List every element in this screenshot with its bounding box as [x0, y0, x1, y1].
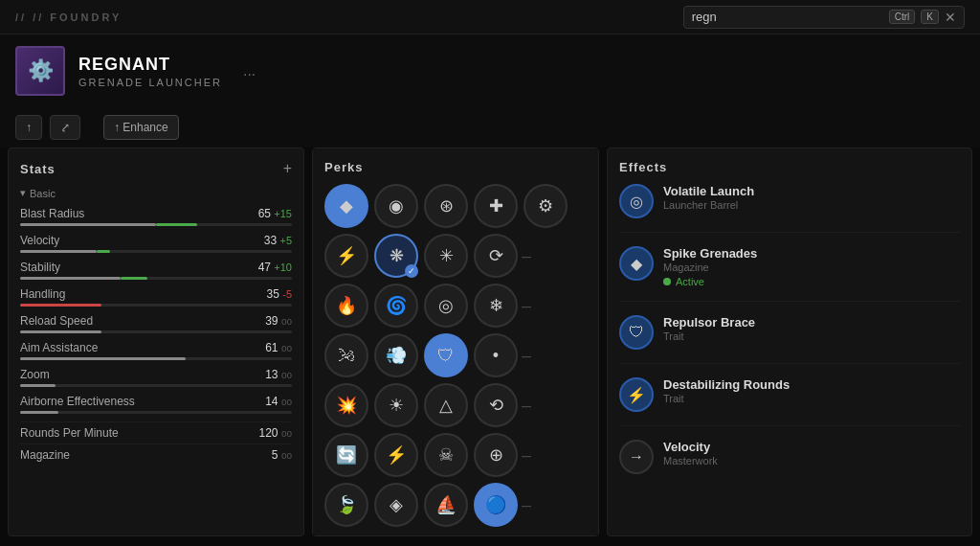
stat-value: 61 oo [265, 341, 292, 354]
effect-item: ◆ Spike Grenades Magazine Active [619, 246, 960, 302]
perk-dash: – [522, 445, 531, 466]
perk-icon[interactable]: • [474, 333, 518, 377]
perk-icon[interactable]: ⊕ [474, 433, 518, 477]
effect-icon: 🛡 [619, 315, 654, 350]
share-button[interactable]: ⤤ [50, 115, 80, 140]
stat-value: 47 +10 [258, 261, 292, 274]
perks-container: ◆◉⊛✚⚙⚡❋✳⟳–🔥🌀◎❄–🌬💨🛡•–💥☀△⟲–🔄⚡☠⊕–🍃◈⛵🔵– [324, 184, 587, 527]
perk-row: 🌬💨🛡•– [324, 333, 587, 377]
effects-title: Effects [619, 160, 667, 174]
effect-sub: Trait [663, 330, 755, 342]
perk-icon[interactable]: 🌀 [374, 284, 418, 328]
perk-icon[interactable]: ◉ [374, 184, 418, 228]
effect-info: Destabilizing Rounds Trait [663, 377, 790, 404]
weapon-dots-menu[interactable]: ... [243, 62, 256, 80]
back-button[interactable]: ↑ [15, 115, 42, 140]
basic-section-label: Basic [20, 187, 292, 199]
stat-value: 5 oo [272, 448, 292, 462]
perk-dash: – [522, 396, 531, 416]
effect-info: Volatile Launch Launcher Barrel [663, 184, 754, 211]
perk-icon[interactable]: 💨 [374, 333, 418, 377]
stat-row-simple: Rounds Per Minute 120 oo [20, 421, 292, 444]
effect-name: Repulsor Brace [663, 315, 755, 330]
perks-panel: Perks ◆◉⊛✚⚙⚡❋✳⟳–🔥🌀◎❄–🌬💨🛡•–💥☀△⟲–🔄⚡☠⊕–🍃◈⛵🔵… [312, 148, 599, 536]
stat-value: 13 oo [265, 368, 292, 381]
perk-icon[interactable]: ❄ [474, 284, 518, 328]
search-close-icon[interactable]: ✕ [945, 10, 956, 25]
stats-header: Stats + [20, 160, 292, 177]
perk-icon[interactable]: 🌬 [324, 333, 368, 377]
perk-icon[interactable]: ☠ [424, 433, 468, 477]
top-nav: //// FOUNDRY Ctrl K ✕ [0, 0, 980, 34]
perk-icon[interactable]: △ [424, 383, 468, 427]
stat-value: 65 +15 [258, 207, 292, 220]
perk-icon[interactable]: ☀ [374, 383, 418, 427]
effect-item: ⚡ Destabilizing Rounds Trait [619, 377, 960, 426]
weapon-type: GRENADE LAUNCHER [78, 77, 222, 88]
perk-icon[interactable]: ◎ [424, 284, 468, 328]
perks-title: Perks [324, 160, 363, 174]
effect-sub: Launcher Barrel [663, 199, 754, 211]
perk-icon[interactable]: ✚ [474, 184, 518, 228]
perk-icon[interactable]: 🛡 [424, 333, 468, 377]
kbd-k: K [921, 10, 939, 24]
perk-icon[interactable]: ✳ [424, 234, 468, 278]
effects-header: Effects [619, 160, 960, 174]
perk-icon[interactable]: 🔥 [324, 284, 368, 328]
perk-icon[interactable]: ⚡ [374, 433, 418, 477]
perk-row: 🔄⚡☠⊕– [324, 433, 587, 477]
active-badge: Active [663, 276, 757, 287]
perk-row: ◆◉⊛✚⚙ [324, 184, 587, 228]
stat-row: Aim Assistance 61 oo [20, 341, 292, 360]
perk-icon[interactable]: ⟳ [474, 234, 518, 278]
effect-name: Spike Grenades [663, 246, 757, 261]
perk-icon[interactable]: ❋ [374, 234, 418, 278]
stat-name: Reload Speed [20, 314, 93, 328]
perk-icon[interactable]: ⚙ [523, 184, 568, 228]
stat-row: Airborne Effectiveness 14 oo [20, 395, 292, 414]
stats-title: Stats [20, 162, 56, 176]
search-bar: Ctrl K ✕ [683, 6, 965, 29]
enhance-button[interactable]: ↑ Enhance [103, 115, 179, 140]
effect-sub: Magazine [663, 262, 757, 273]
perk-icon[interactable]: 🔄 [324, 433, 368, 477]
stat-name: Zoom [20, 368, 50, 381]
add-stat-button[interactable]: + [283, 160, 292, 177]
stat-value: 120 oo [259, 426, 292, 440]
stat-row-simple: Magazine 5 oo [20, 444, 292, 466]
perks-header: Perks [324, 160, 587, 174]
effects-panel: Effects ◎ Volatile Launch Launcher Barre… [607, 148, 972, 536]
perk-icon[interactable]: ⛵ [424, 483, 468, 527]
effect-info: Repulsor Brace Trait [663, 315, 755, 342]
search-input[interactable] [692, 10, 883, 24]
stat-name: Blast Radius [20, 207, 84, 220]
stat-name: Stability [20, 261, 60, 274]
stat-value: 39 oo [265, 314, 292, 328]
stat-value: 14 oo [265, 395, 292, 408]
perk-dash: – [522, 296, 531, 316]
perk-dash: – [522, 246, 531, 266]
perk-row: 🔥🌀◎❄– [324, 284, 587, 328]
stat-row: Zoom 13 oo [20, 368, 292, 387]
stat-value: 33 +5 [264, 234, 292, 247]
effect-icon: ◆ [619, 246, 654, 281]
stat-name: Handling [20, 287, 65, 301]
perk-icon[interactable]: ⊛ [424, 184, 468, 228]
effect-info: Velocity Masterwork [663, 440, 718, 466]
perk-icon[interactable]: ⟲ [474, 383, 518, 427]
effects-container: ◎ Volatile Launch Launcher Barrel ◆ Spik… [619, 184, 960, 488]
perk-icon[interactable]: ⚡ [324, 234, 368, 278]
perk-icon[interactable]: ◆ [324, 184, 368, 228]
effect-icon: ◎ [619, 184, 654, 218]
perk-icon[interactable]: 🔵 [474, 483, 518, 527]
perk-icon[interactable]: 🍃 [324, 483, 368, 527]
stat-name: Aim Assistance [20, 341, 98, 354]
stat-row: Stability 47 +10 [20, 261, 292, 280]
perk-icon[interactable]: ◈ [374, 483, 418, 527]
stat-name: Airborne Effectiveness [20, 395, 135, 408]
main-layout: Stats + Basic Blast Radius 65 +15 Veloci… [0, 148, 980, 544]
perk-row: ⚡❋✳⟳– [324, 234, 587, 278]
perk-icon[interactable]: 💥 [324, 383, 368, 427]
perk-dash: – [522, 346, 531, 366]
stat-row: Blast Radius 65 +15 [20, 207, 292, 226]
